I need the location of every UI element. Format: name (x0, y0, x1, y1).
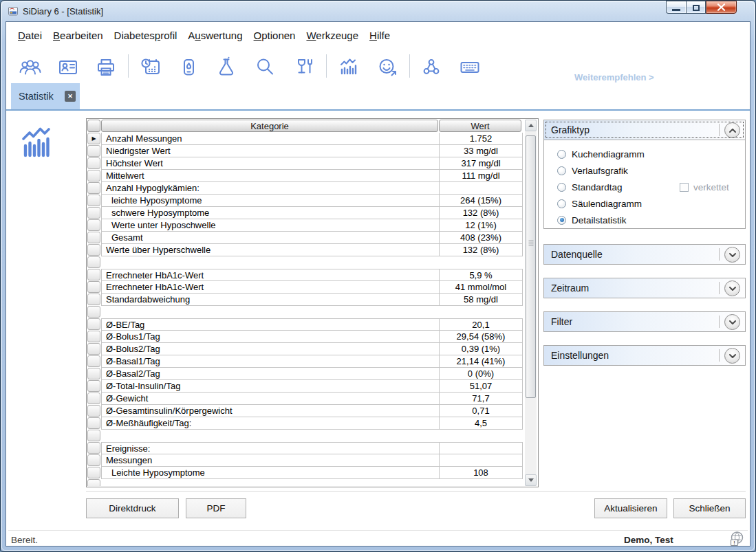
value-cell[interactable]: 12 (1%) (440, 219, 523, 232)
panel-datenquelle[interactable]: Datenquelle (543, 244, 746, 265)
row-header-cell[interactable] (87, 405, 100, 417)
menu-item-diabetesprofil[interactable]: Diabetesprofil (114, 30, 177, 41)
aktualisieren-button[interactable]: Aktualisieren (594, 498, 667, 518)
category-cell[interactable]: Standardabweichung (101, 294, 440, 306)
category-cell[interactable]: Ø-Gewicht (101, 393, 440, 405)
pdf-button[interactable]: PDF (186, 498, 246, 518)
table-row[interactable]: Gesamt408 (23%) (87, 232, 525, 244)
value-cell[interactable] (440, 442, 523, 454)
table-row[interactable]: Errechneter HbA1c-Wert41 mmol/mol (87, 281, 525, 294)
row-header-cell[interactable] (87, 331, 100, 342)
radio-option-detailstatistik[interactable]: Detailstatistik (557, 212, 745, 228)
category-cell[interactable]: Ø-Total-Insulin/Tag (101, 380, 440, 393)
value-cell[interactable]: 0,39 (1%) (440, 343, 523, 355)
keyboard-icon[interactable] (457, 54, 483, 80)
radio-button[interactable] (557, 183, 566, 192)
value-cell[interactable] (440, 306, 523, 318)
table-row[interactable]: Anzahl Hypoglykämien: (87, 182, 525, 195)
category-cell[interactable]: Ø-Basal2/Tag (101, 368, 440, 380)
row-header-cell[interactable] (87, 454, 100, 466)
category-cell[interactable]: Ø-Bolus2/Tag (101, 343, 440, 355)
value-cell[interactable]: 41 mmol/mol (440, 281, 523, 294)
row-header-corner[interactable] (87, 120, 100, 132)
value-cell[interactable]: 5,9 % (440, 269, 523, 281)
value-cell[interactable]: 132 (8%) (440, 244, 523, 256)
panel-filter[interactable]: Filter (543, 311, 746, 332)
value-cell[interactable] (440, 430, 523, 442)
row-header-cell[interactable] (87, 170, 100, 181)
table-row[interactable]: Errechneter HbA1c-Wert5,9 % (87, 269, 525, 281)
table-row[interactable]: ▶Anzahl Messungen1.752 (87, 133, 525, 145)
close-button[interactable] (706, 1, 737, 14)
category-cell[interactable]: Errechneter HbA1c-Wert (101, 281, 440, 294)
lab-flask-icon[interactable] (213, 54, 239, 80)
table-row[interactable]: Ø-Basal2/Tag0 (0%) (87, 368, 525, 380)
row-header-cell[interactable] (87, 281, 100, 293)
value-cell[interactable]: 408 (23%) (440, 232, 523, 244)
schliessen-button[interactable]: Schließen (673, 498, 746, 518)
food-drink-icon[interactable] (291, 54, 317, 80)
value-cell[interactable]: 132 (8%) (440, 207, 523, 219)
scroll-up-icon[interactable] (525, 120, 537, 131)
category-cell[interactable]: schwere Hyposymptome (101, 207, 440, 219)
menu-item-auswertung[interactable]: Auswertung (188, 30, 242, 41)
category-cell[interactable] (101, 479, 440, 486)
column-header-kategorie[interactable]: Kategorie (101, 120, 438, 132)
category-cell[interactable]: Niedrigster Wert (101, 145, 440, 157)
table-row[interactable] (87, 479, 525, 486)
expand-button[interactable] (724, 348, 740, 364)
category-cell[interactable]: Leichte Hyposymptome (101, 467, 440, 479)
row-header-cell[interactable] (87, 318, 100, 330)
row-header-cell[interactable] (87, 145, 100, 157)
row-header-cell[interactable] (87, 219, 100, 231)
radio-button[interactable] (557, 216, 566, 225)
value-cell[interactable]: 51,07 (440, 380, 523, 393)
category-cell[interactable]: leichte Hyposymptome (101, 195, 440, 207)
panel-einstellungen[interactable]: Einstellungen (543, 345, 746, 366)
category-cell[interactable]: Anzahl Messungen (101, 133, 440, 145)
value-cell[interactable]: 264 (15%) (440, 195, 523, 207)
value-cell[interactable]: 58 mg/dl (440, 294, 523, 306)
row-header-cell[interactable] (87, 343, 100, 355)
radio-option-kuchendiagramm[interactable]: Kuchendiagramm (557, 146, 745, 162)
menu-item-bearbeiten[interactable]: Bearbeiten (53, 30, 103, 41)
value-cell[interactable] (440, 182, 523, 195)
value-cell[interactable]: 4,5 (440, 417, 523, 430)
row-header-cell[interactable] (87, 182, 100, 194)
category-cell[interactable]: Ø-Bolus1/Tag (101, 331, 440, 343)
row-header-cell[interactable] (87, 479, 100, 486)
category-cell[interactable]: Ø-BE/Tag (101, 318, 440, 331)
category-cell[interactable] (101, 256, 440, 269)
radio-option-verlaufsgrafik[interactable]: Verlaufsgrafik (557, 162, 745, 179)
printer-icon[interactable] (93, 54, 119, 80)
category-cell[interactable] (101, 430, 440, 442)
row-header-cell[interactable] (87, 232, 100, 243)
category-cell[interactable]: Errechneter HbA1c-Wert (101, 269, 440, 281)
row-header-cell[interactable] (87, 294, 100, 305)
category-cell[interactable]: Gesamt (101, 232, 440, 244)
row-header-cell[interactable] (87, 442, 100, 454)
checkbox-box[interactable] (680, 183, 689, 192)
value-cell[interactable] (440, 479, 523, 486)
row-header-cell[interactable] (87, 430, 100, 441)
table-row[interactable]: Leichte Hyposymptome108 (87, 467, 525, 479)
row-header-cell[interactable] (87, 244, 100, 256)
table-row[interactable]: leichte Hyposymptome264 (15%) (87, 195, 525, 207)
table-row[interactable]: Ø-BE/Tag20,1 (87, 318, 525, 331)
table-row[interactable]: Werte über Hyperschwelle132 (8%) (87, 244, 525, 256)
value-cell[interactable]: 20,1 (440, 318, 523, 331)
category-cell[interactable]: Ereignisse: (101, 442, 440, 454)
value-cell[interactable]: 317 mg/dl (440, 157, 523, 170)
row-header-cell[interactable]: ▶ (87, 133, 100, 144)
table-row[interactable]: Ø-Gewicht71,7 (87, 393, 525, 405)
radio-option-säulendiagramm[interactable]: Säulendiagramm (557, 195, 745, 212)
search-icon[interactable] (252, 54, 278, 80)
value-cell[interactable]: 29,54 (58%) (440, 331, 523, 343)
recommend-link[interactable]: Weiterempfehlen > (574, 72, 654, 82)
tab-statistik[interactable]: Statistik ✕ (11, 83, 80, 109)
category-cell[interactable]: Ø-Gesamtinsulin/Körpergewicht (101, 405, 440, 417)
category-cell[interactable]: Ø-Basal1/Tag (101, 355, 440, 368)
panel-zeitraum[interactable]: Zeitraum (543, 278, 746, 298)
row-header-cell[interactable] (87, 355, 100, 367)
menu-item-werkzeuge[interactable]: Werkzeuge (306, 30, 358, 41)
